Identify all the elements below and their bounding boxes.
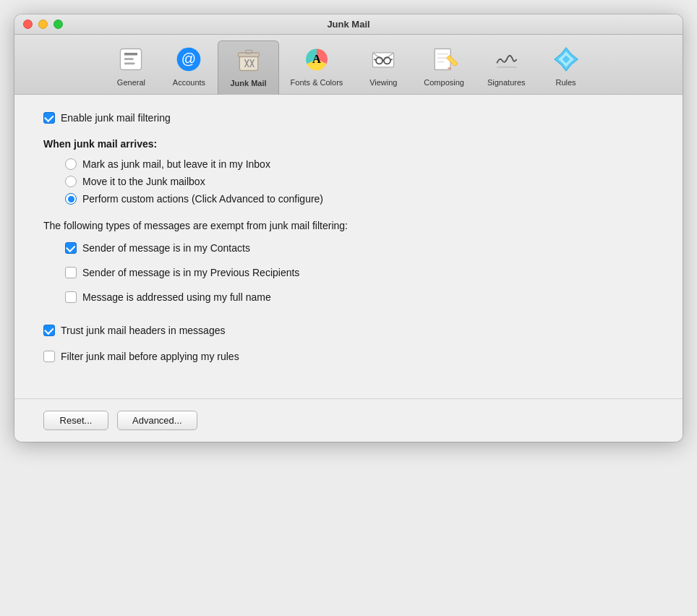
main-window: Junk Mail General @ Acc	[14, 14, 683, 442]
trust-headers-label: Trust junk mail headers in messages	[61, 325, 225, 336]
minimize-button[interactable]	[38, 20, 48, 29]
filter-before-rules-row: Filter junk mail before applying my rule…	[43, 351, 654, 362]
accounts-icon: @	[173, 43, 205, 75]
radio-move-to-junk-label: Move it to the Junk mailbox	[82, 176, 205, 187]
exempt-contacts-checkbox[interactable]	[65, 242, 77, 254]
tab-general-label: General	[117, 78, 145, 87]
trust-headers-checkbox[interactable]	[43, 325, 55, 336]
radio-mark-as-junk-label: Mark as junk mail, but leave it in my In…	[82, 158, 270, 170]
advanced-button[interactable]: Advanced...	[117, 411, 197, 430]
radio-group: Mark as junk mail, but leave it in my In…	[65, 158, 654, 205]
trust-headers-row: Trust junk mail headers in messages	[43, 325, 654, 336]
exempt-contacts-row: Sender of message is in my Contacts	[65, 242, 654, 254]
rules-icon	[550, 43, 582, 75]
svg-rect-1	[124, 53, 137, 56]
tab-rules[interactable]: Rules	[537, 40, 595, 94]
tab-signatures-label: Signatures	[487, 78, 526, 87]
svg-line-20	[390, 59, 393, 60]
radio-move-to-junk: Move it to the Junk mailbox	[65, 176, 654, 187]
filter-before-rules-label: Filter junk mail before applying my rule…	[61, 351, 239, 362]
tab-junk-mail-label: Junk Mail	[230, 79, 266, 87]
fonts-colors-icon: A	[301, 43, 333, 75]
general-icon	[115, 43, 147, 75]
radio-perform-custom-label: Perform custom actions (Click Advanced t…	[82, 193, 323, 205]
svg-rect-6	[239, 56, 257, 71]
window-title: Junk Mail	[327, 19, 369, 30]
bottom-bar: Reset... Advanced...	[14, 398, 683, 442]
tab-fonts-colors[interactable]: A Fonts & Colors	[279, 40, 355, 94]
tab-accounts[interactable]: @ Accounts	[160, 40, 218, 94]
tab-general[interactable]: General	[102, 40, 160, 94]
viewing-icon	[367, 43, 399, 75]
close-button[interactable]	[23, 20, 33, 29]
tab-viewing[interactable]: Viewing	[354, 40, 412, 94]
tab-composing[interactable]: Composing	[412, 40, 476, 94]
tab-viewing-label: Viewing	[369, 78, 397, 87]
radio-mark-as-junk-input[interactable]	[65, 158, 77, 170]
radio-perform-custom-input[interactable]	[65, 193, 77, 205]
exempt-contacts-label: Sender of message is in my Contacts	[82, 242, 250, 254]
radio-perform-custom: Perform custom actions (Click Advanced t…	[65, 193, 654, 205]
when-arrives-title: When junk mail arrives:	[43, 138, 654, 150]
filter-before-rules-section: Filter junk mail before applying my rule…	[43, 351, 654, 362]
exempt-previous-checkbox[interactable]	[65, 267, 77, 278]
reset-button[interactable]: Reset...	[43, 411, 108, 430]
exempt-section: The following types of messages are exem…	[43, 219, 654, 310]
svg-rect-3	[124, 63, 135, 65]
svg-text:A: A	[312, 52, 321, 66]
exempt-previous-row: Sender of message is in my Previous Reci…	[65, 267, 654, 278]
enable-filtering-label: Enable junk mail filtering	[61, 112, 171, 124]
composing-icon	[428, 43, 460, 75]
tab-composing-label: Composing	[424, 78, 464, 87]
svg-line-19	[375, 59, 377, 60]
enable-filtering-row: Enable junk mail filtering	[43, 112, 654, 124]
exempt-previous-label: Sender of message is in my Previous Reci…	[82, 267, 299, 278]
tab-junk-mail[interactable]: Junk Mail	[218, 40, 278, 95]
junk-mail-icon	[233, 44, 265, 76]
exempt-fullname-row: Message is addressed using my full name	[65, 291, 654, 303]
exempt-fullname-checkbox[interactable]	[65, 291, 77, 303]
trust-headers-section: Trust junk mail headers in messages	[43, 325, 654, 336]
exempt-fullname-label: Message is addressed using my full name	[82, 291, 271, 303]
enable-filtering-checkbox[interactable]	[43, 112, 55, 124]
titlebar: Junk Mail	[14, 14, 683, 35]
toolbar: General @ Accounts	[14, 35, 683, 95]
radio-mark-as-junk: Mark as junk mail, but leave it in my In…	[65, 158, 654, 170]
tab-accounts-label: Accounts	[173, 78, 205, 87]
svg-text:@: @	[181, 51, 196, 67]
when-arrives-section: When junk mail arrives: Mark as junk mai…	[43, 138, 654, 205]
exempt-title: The following types of messages are exem…	[43, 219, 654, 234]
tab-rules-label: Rules	[555, 78, 576, 87]
enable-filtering-section: Enable junk mail filtering	[43, 112, 654, 124]
radio-move-to-junk-input[interactable]	[65, 176, 77, 187]
exempt-checkboxes: Sender of message is in my Contacts Send…	[65, 242, 654, 310]
content-area: Enable junk mail filtering When junk mai…	[14, 95, 683, 398]
signatures-icon	[490, 43, 522, 75]
tab-signatures[interactable]: Signatures	[476, 40, 537, 94]
maximize-button[interactable]	[54, 20, 63, 29]
tab-fonts-colors-label: Fonts & Colors	[291, 78, 343, 87]
traffic-lights	[23, 20, 63, 29]
filter-before-rules-checkbox[interactable]	[43, 351, 55, 362]
svg-rect-2	[124, 58, 134, 60]
